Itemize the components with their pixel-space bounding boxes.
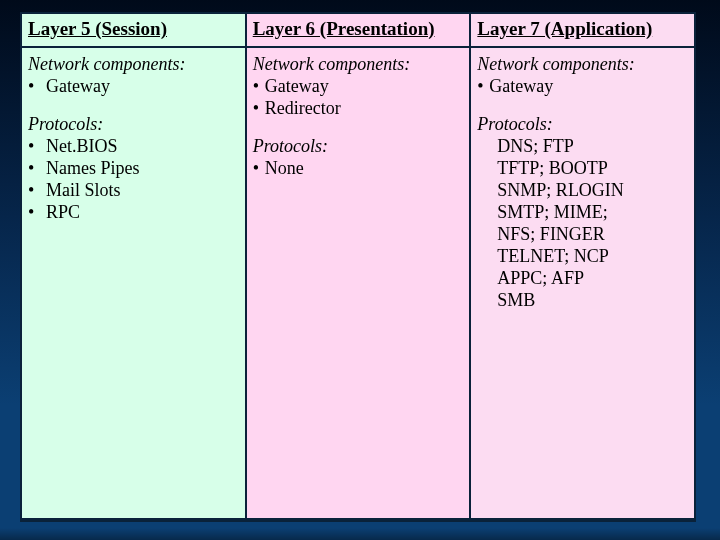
protocol-text: RPC — [46, 202, 80, 223]
list-item: • RPC — [28, 202, 239, 223]
footer-shadow — [0, 528, 720, 540]
col-application-header: Layer 7 (Application) — [471, 14, 694, 48]
col-session-header: Layer 5 (Session) — [22, 14, 245, 48]
spacer — [477, 98, 688, 112]
col-application-protocols-label: Protocols: — [477, 114, 688, 135]
list-item: NFS; FINGER — [477, 224, 688, 245]
protocol-text: DNS; FTP — [477, 136, 574, 157]
list-item: DNS; FTP — [477, 136, 688, 157]
protocol-text: NFS; FINGER — [477, 224, 605, 245]
col-session-body: Network components: • Gateway Protocols:… — [22, 48, 245, 228]
list-item: TELNET; NCP — [477, 246, 688, 267]
list-item: SMTP; MIME; — [477, 202, 688, 223]
col-session-components-label: Network components: — [28, 54, 239, 75]
bullet-icon: • — [28, 202, 46, 223]
list-item: • Names Pipes — [28, 158, 239, 179]
list-item: SNMP; RLOGIN — [477, 180, 688, 201]
list-item: • Net.BIOS — [28, 136, 239, 157]
protocol-text: SMB — [477, 290, 535, 311]
bullet-icon: • — [253, 76, 265, 97]
list-item: TFTP; BOOTP — [477, 158, 688, 179]
col-presentation-header: Layer 6 (Presentation) — [247, 14, 470, 48]
component-text: Gateway — [46, 76, 110, 97]
bullet-icon: • — [253, 158, 265, 179]
list-item: • Gateway — [28, 76, 239, 97]
bullet-icon: • — [28, 76, 46, 97]
list-item: • None — [253, 158, 464, 179]
col-application: Layer 7 (Application) Network components… — [471, 14, 696, 518]
component-text: Redirector — [265, 98, 341, 119]
bullet-icon: • — [28, 180, 46, 201]
protocol-text: APPC; AFP — [477, 268, 584, 289]
layers-table: Layer 5 (Session) Network components: • … — [20, 12, 696, 522]
protocol-text: Net.BIOS — [46, 136, 118, 157]
list-item: • Redirector — [253, 98, 464, 119]
list-item: • Gateway — [477, 76, 688, 97]
col-application-body: Network components: • Gateway Protocols:… — [471, 48, 694, 316]
bullet-icon: • — [28, 136, 46, 157]
col-application-components-label: Network components: — [477, 54, 688, 75]
spacer — [253, 120, 464, 134]
col-session: Layer 5 (Session) Network components: • … — [20, 14, 247, 518]
list-item: • Mail Slots — [28, 180, 239, 201]
protocol-text: Mail Slots — [46, 180, 121, 201]
slide-stage: Layer 5 (Session) Network components: • … — [0, 0, 720, 540]
col-presentation-protocols-label: Protocols: — [253, 136, 464, 157]
bullet-icon: • — [477, 76, 489, 97]
protocol-text: TELNET; NCP — [477, 246, 609, 267]
col-session-protocols-label: Protocols: — [28, 114, 239, 135]
protocol-text: SNMP; RLOGIN — [477, 180, 624, 201]
spacer — [28, 98, 239, 112]
bullet-icon: • — [253, 98, 265, 119]
protocol-text: TFTP; BOOTP — [477, 158, 608, 179]
bullet-icon: • — [28, 158, 46, 179]
col-presentation-components-label: Network components: — [253, 54, 464, 75]
list-item: SMB — [477, 290, 688, 311]
protocol-text: SMTP; MIME; — [477, 202, 608, 223]
protocol-text: None — [265, 158, 304, 179]
component-text: Gateway — [489, 76, 553, 97]
col-presentation: Layer 6 (Presentation) Network component… — [247, 14, 472, 518]
list-item: APPC; AFP — [477, 268, 688, 289]
component-text: Gateway — [265, 76, 329, 97]
protocol-text: Names Pipes — [46, 158, 140, 179]
list-item: • Gateway — [253, 76, 464, 97]
col-presentation-body: Network components: • Gateway • Redirect… — [247, 48, 470, 184]
